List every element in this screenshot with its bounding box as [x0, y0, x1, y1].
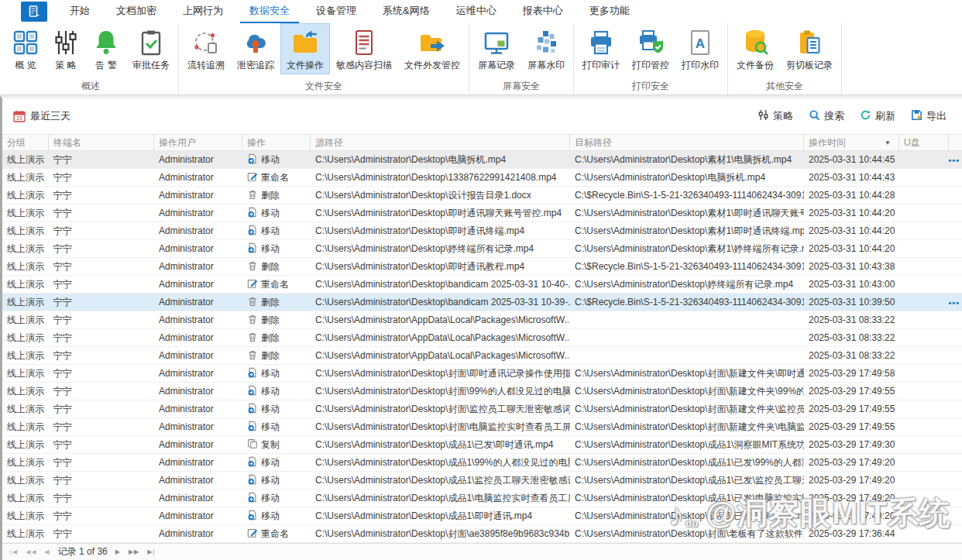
- cell-terminal: 宁宁: [49, 365, 154, 382]
- table-row[interactable]: 线上演示宁宁Administrator移动C:\Users\Administra…: [2, 490, 962, 507]
- table-row[interactable]: 线上演示宁宁Administrator重命名C:\Users\Administr…: [2, 276, 962, 294]
- table-row[interactable]: 线上演示宁宁Administrator移动C:\Users\Administra…: [2, 400, 962, 418]
- table-row[interactable]: 线上演示宁宁Administrator删除C:\Users\Administra…: [2, 258, 962, 276]
- table-row[interactable]: 线上演示宁宁Administrator删除C:\Users\Administra…: [2, 311, 962, 329]
- cell-usb: [899, 472, 949, 489]
- menu-item-more-features[interactable]: 更多功能: [580, 0, 639, 23]
- search-button[interactable]: 搜索: [809, 109, 844, 123]
- sensitive-scan-icon: [350, 29, 378, 57]
- cell-group: 线上演示: [2, 507, 49, 524]
- menu-item-web-behavior[interactable]: 上网行为: [174, 0, 232, 23]
- cell-op: 移动: [242, 151, 311, 168]
- delete-icon: [247, 260, 261, 273]
- first-page-button[interactable]: |◀: [10, 548, 18, 555]
- date-range-filter[interactable]: 23 最近三天: [13, 109, 70, 123]
- cell-terminal: 宁宁: [49, 347, 154, 364]
- op-label: 重命名: [261, 171, 289, 184]
- policy-sliders-icon: [52, 29, 80, 57]
- ribbon-item-label: 策 略: [55, 59, 76, 72]
- cell-time: 2025-03-31 10:44:20: [804, 204, 899, 222]
- column-header-terminal[interactable]: 终端名: [49, 135, 154, 150]
- cell-terminal: 宁宁: [49, 240, 154, 257]
- ribbon-item-policy[interactable]: 策 略: [46, 23, 86, 74]
- column-header-label: U盘: [904, 136, 920, 149]
- table-row[interactable]: 线上演示宁宁Administrator删除C:\Users\Administra…: [2, 187, 962, 204]
- menu-item-device-mgmt[interactable]: 设备管理: [307, 0, 366, 23]
- cell-user: Administrator: [154, 204, 242, 222]
- ribbon-item-overview[interactable]: 概 览: [5, 23, 46, 74]
- approval-clipboard-icon: [137, 29, 165, 57]
- row-actions-button[interactable]: •••: [948, 294, 960, 311]
- column-header-dst[interactable]: 目标路径: [570, 135, 804, 150]
- cell-time: 2025-03-29 17:49:55: [804, 400, 899, 417]
- ribbon-item-approval-tasks[interactable]: 审批任务: [126, 23, 176, 74]
- column-header-time[interactable]: 操作时间▼: [804, 135, 899, 150]
- cell-user: Administrator: [154, 311, 242, 328]
- menu-item-data-security[interactable]: 数据安全: [240, 0, 299, 23]
- column-header-usb[interactable]: U盘: [899, 135, 949, 150]
- next-page-button[interactable]: ▶: [115, 548, 121, 555]
- ribbon-item-print-watermark[interactable]: A打印水印: [675, 23, 725, 74]
- column-header-group[interactable]: 分组: [2, 135, 49, 150]
- sort-arrow-icon[interactable]: ▼: [885, 139, 894, 146]
- cell-usb: [899, 400, 949, 417]
- ribbon-item-file-backup[interactable]: 文件备份: [730, 23, 780, 74]
- refresh-button[interactable]: 刷新: [860, 109, 895, 123]
- menu-item-start[interactable]: 开始: [60, 0, 99, 23]
- table-row[interactable]: 线上演示宁宁Administrator移动C:\Users\Administra…: [2, 240, 962, 258]
- prev-group-button[interactable]: ◀◀: [26, 548, 36, 555]
- column-header-user[interactable]: 操作用户: [154, 135, 242, 150]
- ribbon-item-screen-watermark[interactable]: 屏幕水印: [521, 23, 571, 74]
- ribbon-item-flow-trace[interactable]: 流转追溯: [181, 23, 231, 74]
- column-header-op[interactable]: 操作: [242, 135, 311, 150]
- ribbon-item-file-outgoing-control[interactable]: 文件外发管控: [398, 23, 466, 74]
- table-row[interactable]: 线上演示宁宁Administrator移动C:\Users\Administra…: [2, 365, 962, 383]
- menu-item-report-center[interactable]: 报表中心: [514, 0, 572, 23]
- op-label: 删除: [261, 349, 280, 362]
- export-button[interactable]: 导出: [911, 109, 947, 123]
- column-header-src[interactable]: 源路径: [311, 135, 570, 150]
- cell-terminal: 宁宁: [49, 204, 154, 222]
- move-icon: [247, 207, 261, 220]
- menu-item-ops-center[interactable]: 运维中心: [447, 0, 506, 23]
- table-row[interactable]: 线上演示宁宁Administrator重命名C:\Users\Administr…: [2, 169, 962, 187]
- ribbon-item-sensitive-scan[interactable]: 敏感内容扫描: [330, 23, 398, 74]
- table-row[interactable]: 线上演示宁宁Administrator移动C:\Users\Administra…: [2, 151, 962, 169]
- cell-usb: [899, 507, 949, 524]
- app-menu-button[interactable]: [21, 2, 47, 22]
- table-row[interactable]: 线上演示宁宁Administrator移动C:\Users\Administra…: [2, 222, 962, 240]
- cell-usb: [899, 436, 949, 453]
- ribbon-item-clipboard-record[interactable]: 剪切板记录: [780, 23, 839, 74]
- ribbon-item-print-audit[interactable]: 打印审计: [576, 23, 626, 74]
- table-row[interactable]: 线上演示宁宁Administrator移动C:\Users\Administra…: [2, 507, 962, 525]
- table-row[interactable]: 线上演示宁宁Administrator移动C:\Users\Administra…: [2, 454, 962, 472]
- ribbon-item-file-operations[interactable]: 文件操作: [280, 23, 330, 74]
- cell-usb: [899, 329, 949, 346]
- menu-item-system-network[interactable]: 系统&网络: [373, 0, 439, 23]
- table-row[interactable]: 线上演示宁宁Administrator移动C:\Users\Administra…: [2, 472, 962, 490]
- table-row[interactable]: 线上演示宁宁Administrator删除C:\Users\Administra…: [2, 347, 962, 365]
- alert-bell-icon: [92, 29, 120, 57]
- policy-button[interactable]: 策略: [758, 109, 793, 123]
- table-row[interactable]: 线上演示宁宁Administrator复制C:\Users\Administra…: [2, 436, 962, 454]
- ribbon-item-screen-record[interactable]: 屏幕记录: [472, 23, 521, 74]
- table-row[interactable]: 线上演示宁宁Administrator移动C:\Users\Administra…: [2, 204, 962, 222]
- ribbon-item-alert[interactable]: 告 警: [86, 23, 126, 74]
- last-page-button[interactable]: ▶|: [147, 548, 155, 555]
- cell-terminal: 宁宁: [49, 222, 154, 239]
- row-actions-button[interactable]: •••: [948, 151, 960, 169]
- table-row[interactable]: 线上演示宁宁Administrator移动C:\Users\Administra…: [2, 383, 962, 400]
- table-row[interactable]: 线上演示宁宁Administrator重命名C:\Users\Administr…: [2, 525, 962, 543]
- next-group-button[interactable]: ▶▶: [129, 548, 139, 555]
- cell-user: Administrator: [154, 472, 242, 489]
- table-row[interactable]: 线上演示宁宁Administrator删除C:\Users\Administra…: [2, 294, 962, 311]
- prev-page-button[interactable]: ◀: [45, 548, 50, 555]
- table-row[interactable]: 线上演示宁宁Administrator移动C:\Users\Administra…: [2, 418, 962, 436]
- menu-item-doc-encrypt[interactable]: 文档加密: [107, 0, 166, 23]
- ribbon-item-print-control[interactable]: 打印管控: [626, 23, 675, 74]
- table-body: 线上演示宁宁Administrator移动C:\Users\Administra…: [2, 151, 962, 543]
- op-label: 移动: [261, 403, 280, 416]
- ribbon-item-leak-trace[interactable]: 泄密追踪: [231, 23, 280, 74]
- op-label: 移动: [261, 492, 280, 505]
- table-row[interactable]: 线上演示宁宁Administrator删除C:\Users\Administra…: [2, 329, 962, 347]
